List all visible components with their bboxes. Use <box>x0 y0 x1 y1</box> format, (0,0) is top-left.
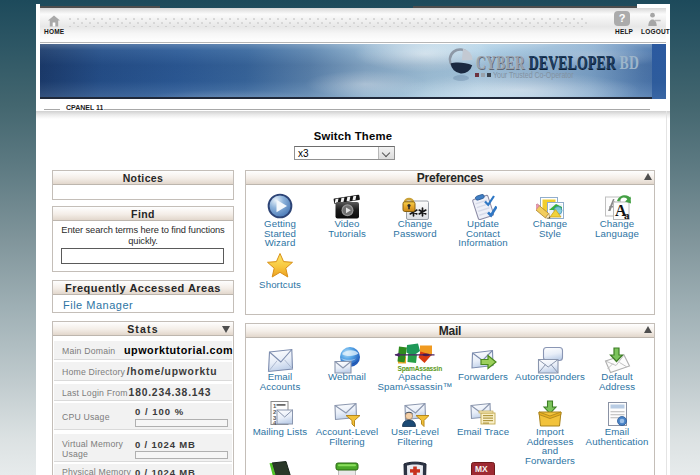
svg-text:MX: MX <box>475 464 488 474</box>
